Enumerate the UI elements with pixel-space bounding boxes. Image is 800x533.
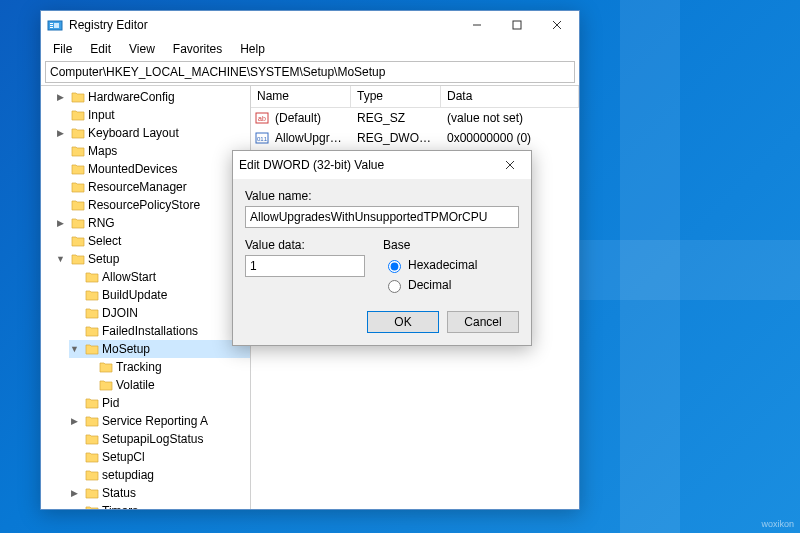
value-row[interactable]: ab(Default)REG_SZ(value not set) bbox=[251, 108, 579, 128]
tree-node[interactable]: ResourcePolicyStore bbox=[55, 196, 250, 214]
dialog-close-button[interactable] bbox=[495, 157, 525, 173]
tree-node[interactable]: ▼Setup bbox=[55, 250, 250, 268]
value-type-icon: 011 bbox=[251, 131, 269, 145]
expand-icon[interactable]: ▶ bbox=[69, 488, 80, 499]
tree-label: Pid bbox=[102, 396, 119, 410]
maximize-button[interactable] bbox=[497, 11, 537, 39]
tree-node[interactable]: ▶HardwareConfig bbox=[55, 88, 250, 106]
tree-node[interactable]: Select bbox=[55, 232, 250, 250]
menubar: File Edit View Favorites Help bbox=[41, 39, 579, 59]
tree-label: ResourceManager bbox=[88, 180, 187, 194]
menu-file[interactable]: File bbox=[45, 40, 80, 58]
tree-label: DJOIN bbox=[102, 306, 138, 320]
col-header-data[interactable]: Data bbox=[441, 86, 579, 107]
tree-node[interactable]: Volatile bbox=[83, 376, 250, 394]
tree-node[interactable]: ResourceManager bbox=[55, 178, 250, 196]
folder-icon bbox=[85, 271, 99, 283]
tree-node[interactable]: setupdiag bbox=[69, 466, 250, 484]
menu-edit[interactable]: Edit bbox=[82, 40, 119, 58]
value-data: 0x00000000 (0) bbox=[441, 131, 579, 145]
folder-icon bbox=[71, 199, 85, 211]
menu-view[interactable]: View bbox=[121, 40, 163, 58]
tree-node[interactable]: AllowStart bbox=[69, 268, 250, 286]
value-type: REG_DWORD bbox=[351, 131, 441, 145]
tree-label: BuildUpdate bbox=[102, 288, 167, 302]
base-label: Base bbox=[383, 238, 519, 252]
radio-hex-input[interactable] bbox=[388, 260, 401, 273]
col-header-name[interactable]: Name bbox=[251, 86, 351, 107]
folder-icon bbox=[71, 145, 85, 157]
tree-node[interactable]: Timers bbox=[69, 502, 250, 509]
tree-label: Tracking bbox=[116, 360, 162, 374]
address-bar[interactable]: Computer\HKEY_LOCAL_MACHINE\SYSTEM\Setup… bbox=[45, 61, 575, 83]
folder-icon bbox=[71, 109, 85, 121]
value-type-icon: ab bbox=[251, 111, 269, 125]
tree-node[interactable]: SetupapiLogStatus bbox=[69, 430, 250, 448]
tree-label: Select bbox=[88, 234, 121, 248]
value-data-field[interactable] bbox=[245, 255, 365, 277]
col-header-type[interactable]: Type bbox=[351, 86, 441, 107]
minimize-button[interactable] bbox=[457, 11, 497, 39]
tree-node[interactable]: MountedDevices bbox=[55, 160, 250, 178]
menu-favorites[interactable]: Favorites bbox=[165, 40, 230, 58]
expand-icon[interactable]: ▶ bbox=[69, 416, 80, 427]
list-header: Name Type Data bbox=[251, 86, 579, 108]
tree-node[interactable]: Pid bbox=[69, 394, 250, 412]
tree-node[interactable]: Input bbox=[55, 106, 250, 124]
window-title: Registry Editor bbox=[69, 18, 457, 32]
tree-label: MountedDevices bbox=[88, 162, 177, 176]
collapse-icon[interactable]: ▼ bbox=[55, 254, 66, 265]
tree-node[interactable]: Maps bbox=[55, 142, 250, 160]
tree-node[interactable]: ▼MoSetup bbox=[69, 340, 250, 358]
tree-node[interactable]: ▶Service Reporting A bbox=[69, 412, 250, 430]
tree-label: setupdiag bbox=[102, 468, 154, 482]
tree-label: MoSetup bbox=[102, 342, 150, 356]
expand-icon[interactable]: ▶ bbox=[55, 128, 66, 139]
svg-rect-1 bbox=[50, 23, 53, 24]
value-name: AllowUpgrades... bbox=[269, 131, 351, 145]
radio-decimal[interactable]: Decimal bbox=[383, 277, 519, 293]
folder-icon bbox=[85, 307, 99, 319]
menu-help[interactable]: Help bbox=[232, 40, 273, 58]
tree-node[interactable]: BuildUpdate bbox=[69, 286, 250, 304]
folder-icon bbox=[85, 451, 99, 463]
expand-icon[interactable]: ▶ bbox=[55, 218, 66, 229]
radio-hexadecimal[interactable]: Hexadecimal bbox=[383, 257, 519, 273]
tree-node[interactable]: Tracking bbox=[83, 358, 250, 376]
folder-icon bbox=[71, 163, 85, 175]
expand-icon[interactable]: ▶ bbox=[55, 92, 66, 103]
tree-node[interactable]: ▶Status bbox=[69, 484, 250, 502]
tree-node[interactable]: SetupCl bbox=[69, 448, 250, 466]
tree-label: HardwareConfig bbox=[88, 90, 175, 104]
folder-icon bbox=[71, 235, 85, 247]
folder-icon bbox=[71, 217, 85, 229]
svg-rect-4 bbox=[54, 23, 59, 28]
value-row[interactable]: 011AllowUpgrades...REG_DWORD0x00000000 (… bbox=[251, 128, 579, 148]
folder-icon bbox=[85, 343, 99, 355]
watermark: woxikon bbox=[761, 519, 794, 529]
radio-dec-input[interactable] bbox=[388, 280, 401, 293]
cancel-button[interactable]: Cancel bbox=[447, 311, 519, 333]
svg-rect-2 bbox=[50, 25, 53, 26]
collapse-icon[interactable]: ▼ bbox=[69, 344, 80, 355]
tree-node[interactable]: FailedInstallations bbox=[69, 322, 250, 340]
tree-label: FailedInstallations bbox=[102, 324, 198, 338]
folder-icon bbox=[71, 91, 85, 103]
value-name-field[interactable] bbox=[245, 206, 519, 228]
svg-text:011: 011 bbox=[257, 136, 268, 142]
registry-tree[interactable]: ▶HardwareConfigInput▶Keyboard LayoutMaps… bbox=[41, 86, 251, 509]
folder-icon bbox=[85, 433, 99, 445]
folder-icon bbox=[71, 181, 85, 193]
folder-icon bbox=[85, 325, 99, 337]
tree-label: Keyboard Layout bbox=[88, 126, 179, 140]
tree-label: Timers bbox=[102, 504, 138, 509]
folder-icon bbox=[85, 415, 99, 427]
tree-node[interactable]: DJOIN bbox=[69, 304, 250, 322]
tree-node[interactable]: ▶RNG bbox=[55, 214, 250, 232]
tree-label: Input bbox=[88, 108, 115, 122]
close-button[interactable] bbox=[537, 11, 577, 39]
tree-node[interactable]: ▶Keyboard Layout bbox=[55, 124, 250, 142]
folder-icon bbox=[71, 127, 85, 139]
svg-rect-6 bbox=[513, 21, 521, 29]
ok-button[interactable]: OK bbox=[367, 311, 439, 333]
